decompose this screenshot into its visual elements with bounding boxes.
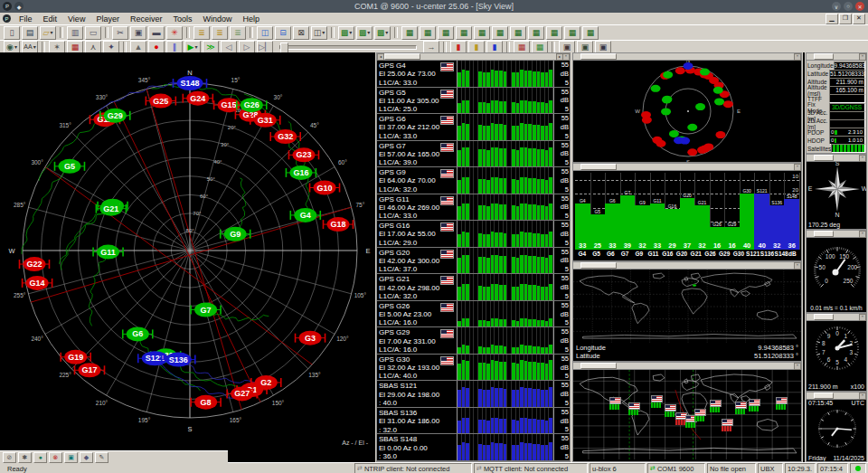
scrollbar-thumb[interactable] [814,155,834,161]
title-bar[interactable]: P ◆ COM1 @ 9600 - u-center 25.06 - [Sky … [0,0,868,13]
satellite-badge-S148[interactable]: S148 [174,76,207,90]
edit-icon[interactable]: ✎ [95,452,108,463]
statistic-view-button[interactable]: ▦ [492,26,508,40]
mdi-minimize-button[interactable]: ▁ [826,14,838,24]
panel-close-icon[interactable]: × [859,393,866,400]
histogram-view-button[interactable]: ▩▾ [374,26,391,40]
menu-receiver[interactable]: Receiver [125,14,168,24]
text-console-button[interactable]: ▦ [438,26,454,40]
menu-edit[interactable]: Edit [38,14,63,24]
panel-close-icon[interactable]: × [794,164,801,171]
map-scrollbar[interactable]: × [573,262,801,270]
satellite-badge-G5[interactable]: G5 [54,159,84,174]
scrollbar-thumb[interactable] [580,53,617,60]
packet-console-button[interactable]: ▦ [401,26,418,40]
panel-close-icon[interactable]: × [794,262,801,270]
satellite-badge-G24[interactable]: G24 [183,91,212,106]
scrollbar-thumb[interactable] [814,314,834,320]
camera-view-button[interactable]: ▩▾ [338,26,354,40]
panel-close-icon[interactable]: × [859,314,866,321]
titlebar-close-button[interactable]: ✕ [855,2,864,11]
scrollbar-thumb[interactable] [384,53,420,60]
ucenter-logo-button[interactable]: ✳ [166,26,183,40]
marker-icon[interactable]: ◆ [80,452,93,463]
scrollbar-thumb[interactable] [580,262,617,269]
database-export-button[interactable]: ≣ [193,26,210,40]
satellite-badge-G11[interactable]: G11 [93,245,123,260]
satellite-badge-G9[interactable]: G9 [221,227,250,241]
signal-panel-scrollbar[interactable]: ◂ ▸ × [377,53,570,61]
new-window-button[interactable]: ◫▾ [311,26,327,40]
tile-horizontal-button[interactable]: ◫ [257,26,273,40]
configuration-view-button[interactable]: ▦ [474,26,490,40]
menu-window[interactable]: Window [197,14,237,24]
menu-file[interactable]: File [14,14,38,24]
panel-close-icon[interactable]: × [794,363,801,370]
clock-scrollbar[interactable]: × [807,393,866,400]
menu-view[interactable]: View [62,14,90,24]
database-import-button[interactable]: ≣ [212,26,228,40]
scrollbar-thumb[interactable] [814,231,834,237]
settings-icon[interactable]: ✱ [18,452,32,463]
tile-vertical-button[interactable]: ⊟ [275,26,291,40]
altimeter-scrollbar[interactable]: × [807,314,866,321]
scroll-left-icon[interactable]: ◂ [377,53,384,61]
satellite-map-scrollbar[interactable]: × [573,363,801,370]
binary-console-button[interactable]: ▦ [420,26,436,40]
panel-close-icon[interactable]: × [794,53,801,61]
satellite-badge-G32[interactable]: G32 [270,129,300,144]
compass-scrollbar[interactable]: × [807,155,866,162]
record-toggle-icon[interactable]: ⊘ [3,452,16,463]
satellite-badge-G7[interactable]: G7 [191,303,221,317]
scrollbar-thumb[interactable] [814,53,834,60]
satellite-badge-G16[interactable]: G16 [286,166,316,180]
playback-slider[interactable] [279,45,417,50]
deviation-map-button[interactable]: ▦ [546,26,562,40]
new-file-button[interactable]: ▯ [4,26,20,40]
sky-view-button[interactable]: ▦ [564,26,580,40]
table-view-button[interactable]: ▦ [510,26,526,40]
panel-close-icon[interactable]: × [859,231,866,238]
pin-icon[interactable]: ◆ [14,2,24,11]
copy-button[interactable]: ▣ [130,26,146,40]
messages-view-button[interactable]: ▦ [456,26,472,40]
menu-tools[interactable]: Tools [167,14,197,24]
mini-sky-scrollbar[interactable]: × [573,53,801,61]
satellite-badge-G4[interactable]: G4 [290,208,320,222]
satellite-badge-G3[interactable]: G3 [296,331,326,345]
mdi-close-button[interactable]: ✕ [853,14,865,24]
docking-windows-button[interactable]: ▦ [582,26,599,40]
titlebar-circle-button[interactable]: ○ [844,2,853,11]
satellite-badge-G6[interactable]: G6 [123,326,153,341]
menu-help[interactable]: Help [237,14,265,24]
map-view-button[interactable]: ▦ [528,26,544,40]
menu-player[interactable]: Player [90,14,125,24]
satellite-badge-G25[interactable]: G25 [146,94,175,109]
chart-view-button[interactable]: ▩▾ [356,26,373,40]
globe-icon[interactable]: ● [33,452,47,463]
satellite-badge-G10[interactable]: G10 [310,181,340,195]
cut-button[interactable]: ✂ [112,26,128,40]
mdi-restore-button[interactable]: ❐ [839,14,852,24]
paste-button[interactable]: ▬ [148,26,165,40]
panel-close-icon[interactable]: × [859,155,866,162]
titlebar-chevron-button[interactable]: ∨ [832,2,841,11]
panel-close-icon[interactable]: × [562,53,570,61]
print-button[interactable]: ▥ [67,26,83,40]
speed-scrollbar[interactable]: × [807,231,866,238]
satellite-badge-G17[interactable]: G17 [75,363,105,377]
open-file-button[interactable]: ▱▾ [40,26,56,40]
database-clear-button[interactable]: ≣ [230,26,246,40]
data-panel-scrollbar[interactable]: × [807,53,866,61]
display-icon[interactable]: ▣ [64,452,78,463]
close-window-button[interactable]: ⊠ [293,26,309,40]
save-button[interactable]: ▤ [22,26,38,40]
disconnect-icon[interactable]: ⊗ [49,452,62,463]
scrollbar-thumb[interactable] [580,363,617,369]
panel-close-icon[interactable]: × [859,53,866,61]
print-preview-button[interactable]: ▭ [85,26,101,40]
scrollbar-thumb[interactable] [580,164,617,170]
scrollbar-thumb[interactable] [814,393,834,399]
satellite-badge-G18[interactable]: G18 [323,217,353,232]
bar-chart-scrollbar[interactable]: × [573,164,801,171]
